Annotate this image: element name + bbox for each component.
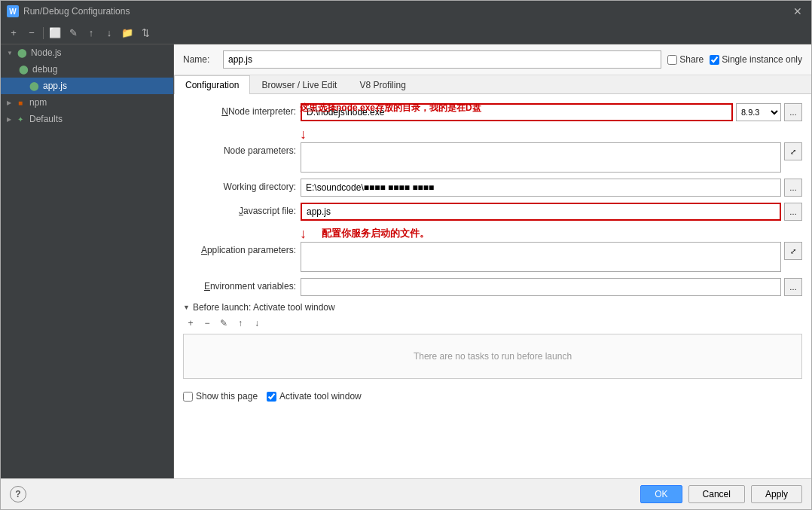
share-checkbox-wrap: Share [667,54,704,65]
tab-configuration[interactable]: Configuration [174,75,250,94]
activate-tool-label: Activate tool window [279,391,362,402]
launch-remove-btn[interactable]: − [200,316,215,331]
appjs-icon: ⬤ [28,80,40,92]
launch-toolbar: + − ✎ ↑ ↓ [183,316,802,331]
debug-icon: ⬤ [17,63,29,75]
launch-add-btn[interactable]: + [183,316,198,331]
javascript-file-label: Javascript file: [183,203,296,216]
footer: ? OK Cancel Apply [1,478,811,509]
bottom-options: Show this page Activate tool window [183,385,802,408]
show-page-checkbox[interactable] [183,392,193,402]
tabs-bar: Configuration Browser / Live Edit V8 Pro… [174,75,811,94]
tree-item-npm[interactable]: ▶ ■ npm [1,94,173,111]
launch-up-btn[interactable]: ↑ [233,316,248,331]
arrow-2-container: ↓ 配置你服务启动的文件。 [300,227,802,240]
node-parameters-input[interactable] [301,142,781,173]
node-parameters-row: Node parameters: ⤢ [183,142,802,173]
apply-button[interactable]: Apply [751,485,802,503]
move-up-button[interactable]: ↑ [83,25,99,41]
working-directory-row: Working directory: … [183,179,802,197]
annotation-file: 配置你服务启动的文件。 [322,227,429,240]
working-directory-input-wrap: … [301,179,802,197]
app-parameters-row: Application parameters: ⤢ [183,242,802,272]
left-panel: ▼ ⬤ Node.js ⬤ debug ⬤ app.js ▶ ■ npm ▶ ✦… [1,44,174,478]
chevron-npm: ▶ [7,99,11,106]
launch-edit-btn[interactable]: ✎ [216,316,231,331]
env-variables-input-wrap: … [301,278,802,296]
show-page-label: Show this page [196,391,258,402]
down-arrow-1: ↓ [300,127,307,141]
name-input[interactable] [223,50,661,69]
title-bar: W Run/Debug Configurations ✕ [1,1,811,22]
working-directory-browse[interactable]: … [784,179,802,197]
node-version-select[interactable]: 8.9.3 [736,103,781,121]
working-directory-label: Working directory: [183,179,296,192]
edit-button[interactable]: ✎ [65,25,81,41]
javascript-file-browse[interactable]: … [784,203,802,221]
app-parameters-label: Application parameters: [183,242,296,255]
toolbar-separator-1 [43,27,44,39]
tree-item-defaults[interactable]: ▶ ✦ Defaults [1,111,173,127]
env-variables-input[interactable] [301,278,781,296]
before-launch-header: ▼ Before launch: Activate tool window [183,302,802,313]
remove-button[interactable]: − [23,25,40,41]
node-interpreter-label: NNode interpreter: [183,103,296,117]
toolbar: + − ⬜ ✎ ↑ ↓ 📁 ⇅ [1,22,811,44]
launch-empty-area: There are no tasks to run before launch [183,334,802,379]
tab-v8-profiling[interactable]: V8 Profiling [348,75,417,94]
javascript-file-input-wrap: … [301,203,802,221]
node-interpreter-input[interactable] [301,103,733,121]
move-down-button[interactable]: ↓ [101,25,118,41]
tree-label-npm: npm [29,97,47,108]
node-parameters-expand[interactable]: ⤢ [784,142,802,160]
config-panel: NNode interpreter: 8.9.3 … 这里选择node.exe存… [174,94,811,478]
tree-label-appjs: app.js [43,81,67,91]
tree-item-debug[interactable]: ⬤ debug [1,61,173,78]
app-parameters-input-wrap: ⤢ [301,242,802,272]
close-button[interactable]: ✕ [790,4,805,19]
before-launch-chevron: ▼ [183,304,190,311]
tree-label-debug: debug [32,64,57,75]
single-instance-checkbox[interactable] [710,55,719,65]
activate-tool-checkbox[interactable] [267,392,276,402]
arrow-1-container: ↓ [300,127,802,141]
tree-label-defaults: Defaults [29,114,63,124]
node-interpreter-input-wrap: 8.9.3 … [301,103,802,121]
tab-browser-live-edit[interactable]: Browser / Live Edit [250,75,348,94]
chevron-defaults: ▶ [7,116,11,123]
tree-item-appjs[interactable]: ⬤ app.js [1,78,173,94]
folder-button[interactable]: 📁 [119,25,136,41]
show-page-wrap: Show this page [183,391,258,402]
working-directory-input[interactable] [301,179,781,197]
right-panel: Name: Share Single instance only Configu… [174,44,811,478]
help-button[interactable]: ? [10,486,26,502]
sort-button[interactable]: ⇅ [137,25,154,41]
name-row: Name: Share Single instance only [174,44,811,75]
ws-icon: W [7,5,19,17]
node-interpreter-browse[interactable]: … [784,103,802,121]
tree-item-nodejs[interactable]: ▼ ⬤ Node.js [1,44,173,61]
node-parameters-input-wrap: ⤢ [301,142,802,173]
title-bar-left: W Run/Debug Configurations [7,5,130,17]
launch-down-btn[interactable]: ↓ [249,316,264,331]
app-parameters-expand[interactable]: ⤢ [784,242,802,260]
footer-left: ? [10,486,26,502]
share-checkbox[interactable] [667,55,677,65]
dialog-title: Run/Debug Configurations [23,6,130,17]
tree-label-nodejs: Node.js [31,47,62,58]
env-variables-row: Environment variables: … [183,278,802,296]
activate-tool-wrap: Activate tool window [267,391,362,402]
node-parameters-label: Node parameters: [183,142,296,156]
node-interpreter-row: NNode interpreter: 8.9.3 … [183,103,802,121]
env-variables-browse[interactable]: … [784,278,802,296]
cancel-button[interactable]: Cancel [688,485,745,503]
npm-icon: ■ [14,96,26,108]
javascript-file-input[interactable] [301,203,781,221]
ok-button[interactable]: OK [640,485,682,503]
launch-empty-text: There are no tasks to run before launch [414,351,572,362]
app-parameters-input[interactable] [301,242,781,272]
defaults-icon: ✦ [14,113,26,125]
copy-button[interactable]: ⬜ [47,25,63,41]
main-content: ▼ ⬤ Node.js ⬤ debug ⬤ app.js ▶ ■ npm ▶ ✦… [1,44,811,478]
add-button[interactable]: + [5,25,22,41]
